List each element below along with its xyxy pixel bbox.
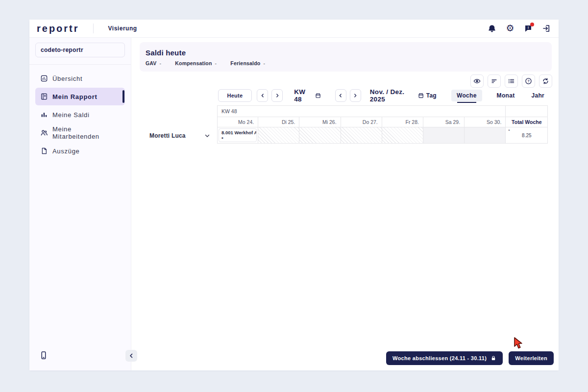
main-content: Saldi heute GAV- Kompensation- Feriensal… (131, 38, 559, 370)
day-header: Do 27. (341, 117, 382, 127)
employees-icon (40, 129, 48, 137)
chevron-left-icon (338, 93, 343, 98)
sidebar-item-label: Mein Rapport (52, 93, 97, 100)
day-header: Mo 24. (217, 117, 258, 127)
app-logo: reportr (37, 23, 79, 34)
sidebar-item-label: Auszüge (52, 147, 80, 155)
sidebar-item-uebersicht[interactable]: Übersicht (35, 70, 125, 87)
metric-feriensaldo: Feriensaldo- (230, 60, 265, 66)
overview-icon (40, 74, 48, 82)
employee-name: Moretti Luca (149, 132, 186, 139)
status-dot-icon (252, 142, 254, 143)
week-group-header: KW 48 (217, 105, 506, 117)
saldi-panel: Saldi heute GAV- Kompensation- Feriensal… (140, 42, 552, 72)
list-icon[interactable] (505, 74, 518, 88)
view-toolbar: ? (470, 74, 552, 88)
sidebar: codeto-reportr Übersicht Mein Rapport Me… (29, 38, 131, 370)
chevron-down-icon (204, 133, 210, 139)
week-picker[interactable]: KW 48 (294, 88, 321, 103)
chevron-right-icon (275, 93, 280, 98)
sidebar-item-auszuege[interactable]: Auszüge (35, 142, 125, 160)
balance-icon (40, 111, 48, 119)
day-header: Fr 28. (382, 117, 423, 127)
sidebar-collapse-button[interactable] (125, 350, 137, 362)
calendar-icon (418, 92, 424, 99)
day-cell-so[interactable] (465, 127, 506, 144)
employee-row-toggle[interactable]: Moretti Luca (131, 127, 217, 144)
day-cell-fr[interactable] (382, 127, 423, 144)
day-cell-do[interactable] (341, 127, 382, 144)
total-week-cell: * 8.25 (506, 127, 548, 144)
svg-text:!: ! (528, 25, 529, 30)
sidebar-item-meine-mitarbeitenden[interactable]: Meine Mitarbeitenden (35, 124, 125, 142)
help-icon[interactable]: ? (522, 74, 535, 88)
sort-icon[interactable] (488, 74, 501, 88)
close-week-button[interactable]: Woche abschliessen (24.11 - 30.11) (386, 351, 503, 365)
sidebar-item-label: Übersicht (52, 75, 82, 82)
entry-hours: * 8.25 h (221, 136, 230, 142)
day-cell-mi[interactable] (299, 127, 341, 144)
sidebar-item-label: Meine Saldi (52, 111, 90, 119)
sidebar-item-meine-saldi[interactable]: Meine Saldi (35, 106, 125, 123)
day-header: Sa 29. (423, 117, 465, 127)
section-title: Visierung (108, 25, 137, 32)
total-week-header: Total Woche (506, 117, 548, 127)
header-divider (93, 24, 94, 33)
chevron-right-icon (353, 93, 358, 98)
day-header: Mi 26. (299, 117, 341, 127)
app-window: reportr Visierung ⚙ ! codeto-reportr (29, 20, 559, 370)
report-icon (40, 93, 48, 100)
tab-woche[interactable]: Woche (451, 90, 482, 101)
notification-badge (530, 23, 534, 26)
week-table: KW 48 Mo 24. Di 25. Mi 26. Do 27. Fr 28.… (217, 105, 548, 144)
chevron-left-icon (260, 93, 265, 98)
sidebar-item-label: Meine Mitarbeitenden (52, 125, 120, 140)
sidebar-item-mein-rapport[interactable]: Mein Rapport (35, 88, 125, 105)
workspace-name: codeto-reportr (41, 47, 83, 53)
gear-icon[interactable]: ⚙ (506, 24, 514, 33)
chevron-left-icon (128, 353, 134, 359)
time-entry-card[interactable]: 8.001 Werkhof Alt... * 8.25 h Geplant (219, 128, 257, 142)
period-picker[interactable]: Nov. / Dez. 2025 (370, 88, 424, 103)
tab-tag[interactable]: Tag (424, 90, 439, 101)
tab-jahr[interactable]: Jahr (529, 90, 546, 101)
eye-icon[interactable] (470, 74, 484, 88)
logout-icon[interactable] (542, 24, 551, 33)
table-row: 8.001 Werkhof Alt... * 8.25 h Geplant (217, 127, 548, 144)
saldi-title: Saldi heute (146, 49, 546, 57)
footer-actions: Woche abschliessen (24.11 - 30.11) Weite… (386, 351, 554, 365)
date-navigation: Heute KW 48 Nov. / Dez. 2025 Ta (218, 89, 552, 102)
day-header: So 30. (465, 117, 506, 127)
metric-kompensation: Kompensation- (175, 60, 217, 66)
day-cell-sa[interactable] (423, 127, 465, 144)
entry-status: Geplant (233, 141, 249, 142)
week-prev-button[interactable] (257, 89, 268, 102)
svg-text:?: ? (527, 79, 529, 83)
lock-icon (490, 355, 496, 361)
calendar-icon (315, 92, 321, 99)
month-next-button[interactable] (350, 89, 361, 102)
workspace-selector[interactable]: codeto-reportr (35, 43, 125, 57)
bell-icon[interactable] (488, 24, 496, 33)
metric-gav: GAV- (146, 60, 161, 66)
top-header: reportr Visierung ⚙ ! (29, 20, 559, 38)
day-cell-mo[interactable]: 8.001 Werkhof Alt... * 8.25 h Geplant (217, 127, 258, 144)
view-tabs: Tag Woche Monat Jahr (424, 90, 546, 101)
tab-monat[interactable]: Monat (495, 90, 517, 101)
week-group-header-total (506, 105, 548, 117)
total-value: 8.25 (506, 127, 547, 143)
active-indicator (122, 90, 124, 103)
today-button[interactable]: Heute (218, 89, 252, 102)
week-next-button[interactable] (271, 89, 283, 102)
forward-button[interactable]: Weiterleiten (509, 351, 554, 365)
month-prev-button[interactable] (335, 89, 346, 102)
refresh-icon[interactable] (539, 74, 552, 88)
day-header: Di 25. (258, 117, 299, 127)
day-cell-di[interactable] (258, 127, 299, 144)
mobile-app-icon[interactable] (39, 351, 48, 360)
extracts-icon (40, 147, 48, 155)
entry-project: 8.001 Werkhof Alt... (221, 130, 254, 135)
sidebar-divider (29, 64, 131, 65)
feedback-icon[interactable]: ! (524, 24, 533, 33)
